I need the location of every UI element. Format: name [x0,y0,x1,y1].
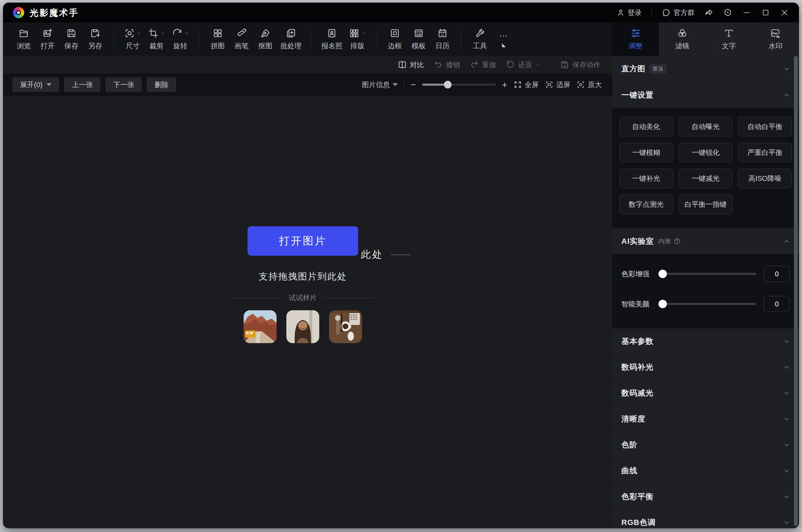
share-button[interactable] [701,6,717,20]
official-group-button[interactable]: 官方群 [658,6,698,20]
maximize-icon [761,8,770,17]
help-icon[interactable] [674,238,681,245]
tab-adjust[interactable]: 调整 [612,22,659,56]
fullscreen-button[interactable]: 全屏 [514,80,539,90]
pin-top-badge[interactable]: 置顶 [650,65,666,73]
tab-text[interactable]: 文字 [706,22,752,56]
login-button[interactable]: 登录 [613,6,645,20]
one-key-dim-light-button[interactable]: 一键减光 [679,169,733,188]
toolbar-more[interactable]: … [493,26,515,49]
chevron-down-icon[interactable] [160,31,165,36]
minimize-icon [742,8,751,17]
toolbar-tools[interactable]: 工具 [469,26,491,52]
smart-beauty-slider-handle[interactable] [658,300,667,308]
compare-button[interactable]: 对比 [398,60,424,70]
open-image-button[interactable]: 打开图片 此处 [247,226,358,256]
zoom-slider-handle[interactable] [444,81,452,88]
next-button[interactable]: 下一张 [105,77,142,92]
zoom-in-button[interactable]: + [502,79,507,90]
template-icon [413,28,424,38]
severe-white-balance-button[interactable]: 严重白平衡 [738,143,792,162]
chevron-down-icon[interactable] [361,31,366,36]
section-digital-fill-light[interactable]: 数码补光 [612,354,799,380]
section-color-balance[interactable]: 色彩平衡 [612,483,799,509]
resize-icon [124,28,135,38]
image-info-dropdown[interactable]: 图片信息 [362,80,398,90]
prev-button[interactable]: 上一张 [64,77,100,92]
sample-photo-portrait[interactable] [286,310,319,343]
restore-label: 还原 [518,60,532,70]
high-iso-denoise-button[interactable]: 高ISO降噪 [738,169,792,188]
panel-scrollbar[interactable] [794,56,798,526]
toolbar-size[interactable]: 尺寸 [122,26,144,52]
close-button[interactable] [776,6,793,20]
toolbar-crop[interactable]: 裁剪 [146,26,167,52]
redo-label: 重做 [482,60,496,70]
zoom-out-button[interactable]: − [411,79,416,90]
chevron-down-icon[interactable] [535,62,540,67]
section-rgb-tone[interactable]: RGB色调 [612,509,799,528]
digital-spot-metering-button[interactable]: 数字点测光 [619,194,673,214]
chevron-down-icon[interactable] [184,31,189,36]
delete-button[interactable]: 删除 [147,77,176,92]
smart-beauty-value[interactable]: 0 [764,296,790,312]
text-icon [724,28,734,38]
color-enhance-slider-handle[interactable] [658,270,667,278]
auto-beautify-button[interactable]: 自动美化 [619,117,673,136]
toolbar-open[interactable]: 打开 [37,26,58,52]
chevron-down-icon[interactable] [137,31,141,36]
settings-button[interactable] [720,6,736,20]
zoom-slider[interactable] [422,84,496,86]
maximize-button[interactable] [758,6,774,20]
save-action-button[interactable]: 保存动作 [560,60,600,70]
ai-lab-section-header[interactable]: AI实验室 内测 [612,228,799,254]
caret-down-icon [393,83,398,86]
more-dots-icon: … [499,28,509,39]
fullscreen-icon [514,80,522,89]
tab-watermark[interactable]: 水印 [752,22,799,56]
auto-white-balance-button[interactable]: 自动白平衡 [738,117,792,136]
section-clarity[interactable]: 清晰度 [612,406,799,432]
smart-beauty-slider[interactable] [658,303,756,305]
toolbar-save[interactable]: 保存 [61,26,82,52]
auto-exposure-button[interactable]: 自动曝光 [679,117,733,136]
chevron-down-icon [783,66,790,72]
one-key-fill-light-button[interactable]: 一键补光 [619,169,673,188]
section-digital-dim-light[interactable]: 数码减光 [612,380,799,406]
one-key-blur-button[interactable]: 一键模糊 [619,143,673,162]
expand-button[interactable]: 展开(0) [12,77,59,92]
tab-filter[interactable]: 滤镜 [659,22,705,56]
toolbar-cutout[interactable]: 抠图 [254,26,276,52]
undo-button[interactable]: 撤销 [434,60,460,70]
calendar-day: 12 [441,33,444,36]
toolbar-browse[interactable]: 浏览 [13,26,35,52]
toolbar-border[interactable]: 边框 [384,26,406,52]
minimize-button[interactable] [739,6,755,20]
fit-screen-button[interactable]: 适屏 [545,80,570,90]
toolbar-layout[interactable]: 排版 [347,26,368,52]
color-enhance-value[interactable]: 0 [764,266,790,282]
toolbar-save-as[interactable]: 另存 [84,26,106,52]
section-basic-params[interactable]: 基本参数 [612,328,799,354]
restore-button[interactable]: 还原 [506,60,540,70]
toolbar-rotate[interactable]: 旋转 [169,26,191,52]
redo-button[interactable]: 重做 [470,60,496,70]
toolbar-calendar[interactable]: 12 日历 [432,26,453,52]
white-balance-one-touch-button[interactable]: 白平衡一指键 [679,194,733,214]
color-enhance-slider[interactable] [658,273,756,275]
toolbar-collage[interactable]: 拼图 [207,26,229,52]
section-curves[interactable]: 曲线 [612,457,799,483]
toolbar-template[interactable]: 模板 [408,26,430,52]
one-key-sharpen-button[interactable]: 一键锐化 [679,143,733,162]
restore-icon [506,60,515,69]
original-size-button[interactable]: 原大 [577,80,602,90]
sample-photo-desk[interactable] [329,310,362,343]
section-levels[interactable]: 色阶 [612,432,799,457]
toolbar-batch[interactable]: 批处理 [278,26,304,52]
chevron-up-icon [783,238,790,244]
toolbar-brush[interactable]: 画笔 [231,26,252,52]
sample-photo-desert[interactable] [244,310,277,343]
toolbar-id-photo[interactable]: 报名照 [319,26,344,52]
one-key-section-header[interactable]: 一键设置 [612,82,799,108]
histogram-section-header[interactable]: 直方图 置顶 [612,56,799,82]
